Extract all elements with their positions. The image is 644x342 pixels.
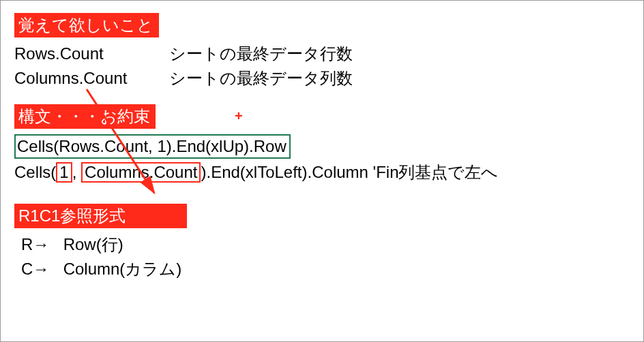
- remember-row-1-code: Rows.Count: [14, 42, 164, 66]
- syntax-line-2: Cells(1, Columns.Count).End(xlToLeft).Co…: [14, 160, 630, 185]
- syntax-line-2-box1: 1: [56, 162, 72, 182]
- r1c1-row-c-label: C→: [14, 257, 59, 281]
- remember-row-2-desc: シートの最終データ列数: [169, 66, 353, 91]
- section-remember: 覚えて欲しいこと Rows.Count シートの最終データ行数 Columns.…: [14, 13, 630, 91]
- section-syntax-header: 構文・・・お約束: [14, 104, 156, 129]
- r1c1-row-r-label: R→: [14, 232, 59, 257]
- r1c1-row-c-value: Column(カラム): [63, 260, 182, 278]
- section-syntax: 構文・・・お約束 Cells(Rows.Count, 1).End(xlUp).…: [14, 104, 630, 185]
- remember-row-1: Rows.Count シートの最終データ行数: [14, 42, 630, 66]
- r1c1-row-c: C→ Column(カラム): [14, 257, 630, 281]
- syntax-line-2-mid: ,: [72, 163, 81, 181]
- syntax-line-2-pre: Cells(: [14, 163, 56, 181]
- r1c1-row-r: R→ Row(行): [14, 232, 630, 257]
- remember-row-2-code: Columns.Count: [14, 66, 164, 91]
- syntax-line-2-post: ).End(xlToLeft).Column: [201, 163, 372, 181]
- r1c1-row-r-value: Row(行): [63, 235, 123, 253]
- syntax-line-1: Cells(Rows.Count, 1).End(xlUp).Row: [17, 137, 287, 155]
- syntax-line-2-box2: Columns.Count: [81, 162, 201, 182]
- section-remember-header: 覚えて欲しいこと: [14, 13, 159, 37]
- syntax-line-1-box: Cells(Rows.Count, 1).End(xlUp).Row: [14, 134, 291, 159]
- section-r1c1: R1C1参照形式 R→ Row(行) C→ Column(カラム): [14, 204, 630, 281]
- section-r1c1-header: R1C1参照形式: [14, 204, 187, 228]
- remember-row-1-desc: シートの最終データ行数: [169, 42, 353, 66]
- syntax-line-2-comment: 'Fin列基点で左へ: [373, 163, 499, 181]
- remember-row-2: Columns.Count シートの最終データ列数: [14, 66, 630, 91]
